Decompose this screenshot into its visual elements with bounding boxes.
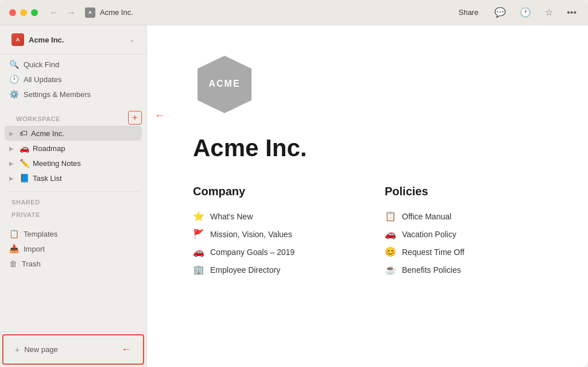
list-item-vacation-policy[interactable]: 🚗 Vacation Policy (385, 225, 542, 243)
acme-logo: ACME (193, 53, 256, 116)
company-heading: Company (193, 185, 350, 198)
sidebar-footer: + New page ← (0, 331, 146, 367)
roadmap-label: Roadmap (33, 144, 65, 153)
sidebar-item-roadmap[interactable]: ▶ 🚗 Roadmap (5, 141, 142, 156)
sidebar-item-import[interactable]: 📥 Import (5, 241, 142, 256)
vacation-emoji: 🚗 (385, 229, 396, 239)
mission-label: Mission, Vision, Values (210, 230, 292, 239)
workspace-section: WORKSPACE (5, 106, 142, 126)
time-off-emoji: 😊 (385, 246, 396, 257)
roadmap-emoji: 🚗 (20, 144, 29, 153)
mission-emoji: 🚩 (193, 229, 204, 239)
chevron-right-icon-2: ▶ (9, 145, 16, 152)
svg-text:ACME: ACME (208, 79, 240, 88)
sidebar-bottom-items: 📋 Templates 📥 Import 🗑 Trash (0, 224, 146, 273)
whats-new-label: What's New (210, 212, 253, 221)
content-grid: Company ⭐ What's New 🚩 Mission, Vision, … (193, 185, 542, 279)
trash-icon: 🗑 (9, 259, 17, 268)
sidebar-item-templates[interactable]: 📋 Templates (5, 226, 142, 241)
meeting-notes-label: Meeting Notes (33, 159, 81, 168)
page-title: Acme Inc. (193, 134, 542, 162)
workspace-name: Acme Inc. (29, 36, 125, 44)
sidebar-item-settings[interactable]: ⚙️ Settings & Members (5, 87, 142, 102)
directory-emoji: 🏢 (193, 264, 204, 275)
sidebar-item-quick-find[interactable]: 🔍 Quick Find (5, 57, 142, 72)
history-icon[interactable]: 🕐 (517, 5, 533, 20)
meeting-notes-emoji: ✏️ (20, 159, 29, 168)
star-icon[interactable]: ☆ (543, 5, 555, 20)
workspace-header[interactable]: A Acme Inc. ⌄ (7, 30, 140, 49)
breadcrumb-title: Acme Inc. (100, 8, 133, 17)
breadcrumb-icon: A (85, 7, 95, 18)
sidebar-top: A Acme Inc. ⌄ (0, 25, 146, 55)
company-section: Company ⭐ What's New 🚩 Mission, Vision, … (193, 185, 350, 279)
list-item-time-off[interactable]: 😊 Request Time Off (385, 243, 542, 261)
clock-icon: 🕐 (9, 75, 19, 84)
settings-label: Settings & Members (24, 90, 91, 99)
minimize-button[interactable] (20, 9, 27, 16)
logo-container: ACME (193, 53, 542, 118)
vacation-label: Vacation Policy (402, 230, 457, 239)
all-updates-label: All Updates (24, 75, 61, 84)
more-icon[interactable]: ••• (564, 5, 579, 20)
title-bar-actions: Share 💬 🕐 ☆ ••• (454, 5, 579, 20)
private-section-label: PRIVATE (0, 208, 146, 224)
directory-label: Employee Directory (210, 265, 280, 275)
sidebar-item-all-updates[interactable]: 🕐 All Updates (5, 72, 142, 87)
acme-emoji: 🏷 (20, 129, 28, 138)
maximize-button[interactable] (31, 9, 38, 16)
new-page-label: New page (24, 345, 58, 354)
time-off-label: Request Time Off (402, 248, 465, 257)
share-button[interactable]: Share (454, 6, 483, 19)
shared-section-label: SHARED (0, 195, 146, 208)
plus-icon: + (15, 345, 20, 354)
forward-arrow[interactable]: → (64, 6, 78, 19)
list-item-whats-new[interactable]: ⭐ What's New (193, 207, 350, 225)
office-manual-label: Office Manual (402, 212, 451, 221)
templates-label: Templates (24, 230, 57, 238)
list-item-office-manual[interactable]: 📋 Office Manual (385, 207, 542, 225)
list-item-benefits[interactable]: ☕ Benefits Policies (385, 261, 542, 279)
main-content: ACME Acme Inc. Company ⭐ What's New 🚩 (147, 25, 588, 367)
chevron-right-icon-3: ▶ (9, 160, 16, 167)
list-item-mission[interactable]: 🚩 Mission, Vision, Values (193, 225, 350, 243)
workspace-logo: A (11, 33, 24, 46)
back-arrow[interactable]: ← (47, 6, 61, 19)
templates-icon: 📋 (9, 229, 19, 238)
benefits-emoji: ☕ (385, 264, 396, 275)
trash-label: Trash (22, 260, 41, 268)
sidebar-item-trash[interactable]: 🗑 Trash (5, 256, 142, 271)
sidebar-divider (7, 191, 140, 192)
chevron-right-icon-4: ▶ (9, 175, 16, 181)
quick-find-label: Quick Find (24, 60, 59, 69)
task-list-label: Task List (33, 174, 62, 183)
acme-inc-label: Acme Inc. (31, 129, 64, 138)
list-item-directory[interactable]: 🏢 Employee Directory (193, 261, 350, 279)
close-button[interactable] (9, 9, 16, 16)
sidebar-item-meeting-notes[interactable]: ▶ ✏️ Meeting Notes (5, 156, 142, 171)
company-list: ⭐ What's New 🚩 Mission, Vision, Values 🚗… (193, 207, 350, 279)
goals-emoji: 🚗 (193, 246, 204, 257)
import-icon: 📥 (9, 244, 19, 253)
workspace-items: WORKSPACE + ← ▶ 🏷 Acme Inc. ▶ 🚗 Roadmap … (0, 104, 146, 188)
new-page-button[interactable]: + New page ← (2, 334, 144, 365)
comment-icon[interactable]: 💬 (492, 5, 508, 20)
goals-label: Company Goals – 2019 (210, 248, 295, 257)
chevron-right-icon: ▶ (9, 130, 16, 137)
import-label: Import (24, 245, 45, 253)
sidebar-item-acme-inc[interactable]: ▶ 🏷 Acme Inc. (5, 126, 142, 141)
traffic-lights (9, 9, 38, 16)
breadcrumb-area: A Acme Inc. (85, 7, 454, 18)
task-list-emoji: 📘 (20, 173, 29, 183)
workspace-chevron-icon: ⌄ (129, 36, 135, 44)
gear-icon: ⚙️ (9, 90, 19, 99)
add-page-button[interactable]: + (128, 111, 142, 125)
benefits-label: Benefits Policies (402, 265, 461, 275)
list-item-goals[interactable]: 🚗 Company Goals – 2019 (193, 243, 350, 261)
policies-section: Policies 📋 Office Manual 🚗 Vacation Poli… (385, 185, 542, 279)
sidebar-item-task-list[interactable]: ▶ 📘 Task List (5, 171, 142, 186)
nav-arrows: ← → (47, 6, 78, 19)
search-icon: 🔍 (9, 60, 19, 69)
add-arrow-annotation: ← (154, 110, 165, 122)
office-manual-emoji: 📋 (385, 211, 396, 222)
